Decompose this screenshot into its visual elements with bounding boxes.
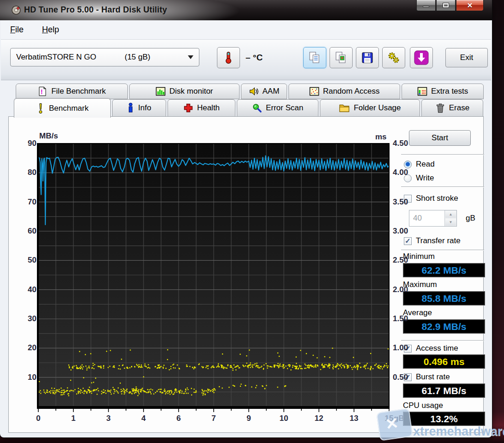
tab-error-scan[interactable]: Error Scan <box>237 99 318 117</box>
tab-row-secondary: ! File Benchmark Disk monitor AAM Random… <box>16 84 484 99</box>
access-time-label: Access time <box>416 344 458 353</box>
y-axis-tick-left: 20 <box>18 343 36 353</box>
minimize-button[interactable] <box>416 0 436 11</box>
y-axis-tick-right: 0.50 <box>393 373 415 382</box>
tab-label: File Benchmark <box>51 87 106 96</box>
burst-rate-label: Burst rate <box>416 372 450 382</box>
burst-rate-value: 61.7 MB/s <box>403 383 485 398</box>
tab-health[interactable]: Health <box>168 99 235 117</box>
save-button[interactable] <box>356 47 379 68</box>
read-label: Read <box>416 160 435 169</box>
menu-file[interactable]: File <box>10 25 24 35</box>
separator <box>401 186 484 187</box>
folder-icon <box>339 103 350 113</box>
transfer-rate-checkbox[interactable]: ✓ <box>404 237 412 245</box>
health-cross-icon <box>183 103 193 113</box>
x-axis-tick: 13 <box>350 414 359 423</box>
tab-label: Benchmark <box>49 104 89 113</box>
tab-disk-monitor[interactable]: Disk monitor <box>129 84 240 99</box>
tab-extra-tests[interactable]: Extra tests <box>402 84 484 99</box>
menu-bar: File Help <box>1 20 491 40</box>
tab-file-benchmark[interactable]: ! File Benchmark <box>16 84 128 99</box>
temperature-button[interactable] <box>217 47 240 68</box>
disk-monitor-icon <box>156 86 166 96</box>
info-icon <box>127 102 134 114</box>
short-stroke-size-spinner[interactable]: 40 ▲ ▼ <box>409 210 457 227</box>
tab-benchmark[interactable]: Benchmark <box>14 98 111 118</box>
options-button[interactable] <box>382 47 405 68</box>
transfer-rate-label: Transfer rate <box>416 236 461 245</box>
speaker-icon <box>249 86 259 96</box>
tab-info[interactable]: Info <box>112 99 166 117</box>
tab-erase[interactable]: Erase <box>421 99 483 117</box>
tab-label: AAM <box>263 87 280 96</box>
copy-text-icon <box>308 51 322 65</box>
x-axis-tick: 10 <box>280 414 288 423</box>
device-name: VerbatimSTORE N GO <box>16 53 125 62</box>
tab-aam[interactable]: AAM <box>241 84 287 99</box>
read-radio-row[interactable]: Read <box>404 160 435 169</box>
cpu-usage-label: CPU usage <box>403 401 443 410</box>
y-axis-tick-right: 1.00 <box>393 343 415 353</box>
left-axis-title: MB/s <box>39 132 58 141</box>
separator <box>401 154 484 155</box>
tab-label: Error Scan <box>266 103 303 113</box>
transfer-rate-row[interactable]: ✓ Transfer rate <box>404 236 461 245</box>
menu-help[interactable]: Help <box>42 25 59 35</box>
y-axis-tick-left: 40 <box>18 285 36 294</box>
copy-image-button[interactable] <box>330 47 353 68</box>
update-button[interactable] <box>410 47 433 68</box>
y-axis-tick-left: 50 <box>18 256 36 265</box>
random-access-icon <box>309 86 319 96</box>
x-axis-tick: 0 <box>36 414 40 423</box>
app-window: HD Tune Pro 5.00 - Hard Disk Utility ✕ F… <box>0 0 492 437</box>
file-benchmark-icon: ! <box>37 86 48 96</box>
x-axis-tick: 3 <box>106 414 110 423</box>
copy-text-button[interactable] <box>303 47 326 68</box>
spinner-up-icon[interactable]: ▲ <box>445 210 456 218</box>
device-size: (15 gB) <box>125 53 188 62</box>
window-title: HD Tune Pro 5.00 - Hard Disk Utility <box>24 5 167 15</box>
thermometer-icon <box>222 51 235 65</box>
close-button[interactable]: ✕ <box>456 0 484 11</box>
x-axis-tick: 6 <box>176 414 180 423</box>
tab-label: Folder Usage <box>354 103 401 113</box>
write-label: Write <box>416 174 434 183</box>
title-bar[interactable]: HD Tune Pro 5.00 - Hard Disk Utility ✕ <box>0 0 492 20</box>
benchmark-panel: MB/s ms gB Start Read Write Short stroke… <box>8 116 484 433</box>
short-stroke-label: Short stroke <box>416 194 458 203</box>
x-axis-tick: 1 <box>71 414 75 423</box>
benchmark-chart <box>38 144 389 407</box>
separator <box>401 250 484 251</box>
spinner-value: 40 <box>409 210 444 226</box>
maximize-icon <box>443 3 449 7</box>
tab-label: Extra tests <box>431 87 468 96</box>
start-button[interactable]: Start <box>409 130 471 146</box>
tab-label: Info <box>138 103 151 113</box>
tab-random-access[interactable]: Random Access <box>288 84 401 99</box>
y-axis-tick-right: 3.00 <box>393 227 415 236</box>
y-axis-tick-left: 80 <box>18 168 36 177</box>
copy-image-icon <box>334 51 348 65</box>
spinner-down-icon[interactable]: ▼ <box>445 218 456 226</box>
minimize-icon <box>423 6 429 7</box>
tab-folder-usage[interactable]: Folder Usage <box>320 99 420 117</box>
magnifier-icon <box>252 103 262 113</box>
tab-label: Health <box>197 103 220 113</box>
watermark-text: xtremehardware.com <box>413 425 504 439</box>
maximize-button[interactable] <box>436 0 456 11</box>
read-radio[interactable] <box>404 161 412 168</box>
spinner-unit: gB <box>466 214 475 223</box>
right-axis-title: ms <box>375 132 387 142</box>
y-axis-tick-left: 30 <box>18 314 36 323</box>
benchmark-icon <box>36 103 45 114</box>
tab-label: Disk monitor <box>169 87 213 96</box>
x-axis-tick: 7 <box>211 414 216 423</box>
y-axis-tick-right: 4.50 <box>393 139 415 148</box>
x-axis-tick: 12 <box>315 414 324 423</box>
separator <box>401 340 484 341</box>
x-axis-tick: 9 <box>246 414 251 423</box>
exit-button[interactable]: Exit <box>445 48 488 67</box>
minimum-value: 62.2 MB/s <box>403 263 485 277</box>
device-selector[interactable]: VerbatimSTORE N GO (15 gB) <box>10 48 199 66</box>
